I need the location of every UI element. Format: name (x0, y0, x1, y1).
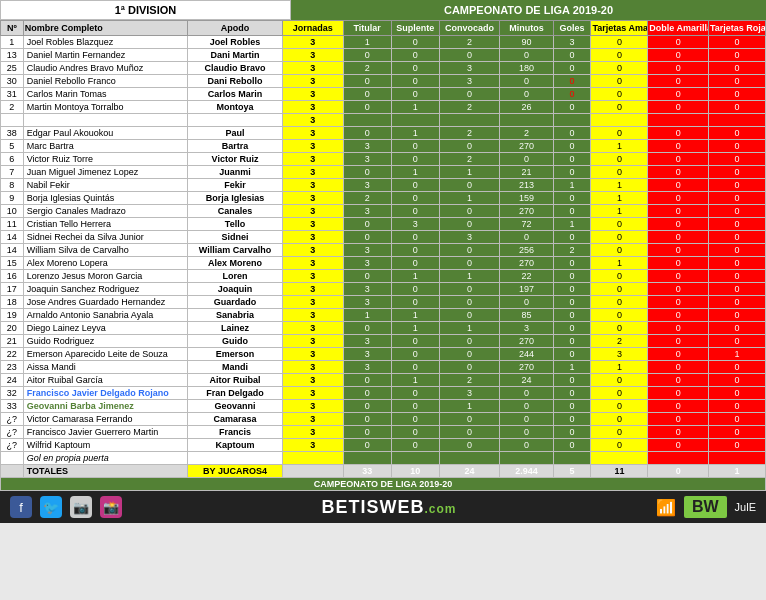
cell-nombre: Lorenzo Jesus Moron Garcia (23, 270, 187, 283)
cell-rojas: 0 (709, 62, 766, 75)
cell-titular: 0 (343, 387, 391, 400)
social-icon-3[interactable]: 📷 (70, 496, 92, 518)
cell-rojas: 1 (709, 348, 766, 361)
cell-suplente: 0 (391, 75, 439, 88)
cell-convocado: 0 (439, 439, 500, 452)
cell-titular: 0 (343, 75, 391, 88)
cell-rojas: 0 (709, 231, 766, 244)
cell-titular: 3 (343, 335, 391, 348)
cell-jornadas (282, 452, 343, 465)
cell-apodo: Guido (188, 335, 283, 348)
cell-convocado: 1 (439, 322, 500, 335)
cell-nombre: Francisco Javier Guerrero Martin (23, 426, 187, 439)
cell-convocado: 0 (439, 361, 500, 374)
cell-apodo: Kaptoum (188, 439, 283, 452)
cell-titular: 0 (343, 439, 391, 452)
totales-label: TOTALES (23, 465, 187, 478)
cell-jornadas: 3 (282, 439, 343, 452)
facebook-icon[interactable]: f (10, 496, 32, 518)
cell-nombre: Borja Iglesias Quintás (23, 192, 187, 205)
cell-minutos: 85 (500, 309, 553, 322)
cell-minutos: 0 (500, 296, 553, 309)
cell-jornadas: 3 (282, 231, 343, 244)
cell-suplente (391, 452, 439, 465)
cell-jornadas: 3 (282, 218, 343, 231)
table-row: ¿? Victor Camarasa Ferrando Camarasa 3 0… (1, 413, 766, 426)
cell-convocado: 1 (439, 270, 500, 283)
cell-minutos: 2 (500, 127, 553, 140)
cell-amarillas: 0 (591, 439, 648, 452)
cell-nombre: Jose Andres Guardado Hernandez (23, 296, 187, 309)
col-goles-header: Goles (553, 21, 591, 36)
column-header-row: Nº Nombre Completo Apodo Jornadas Titula… (1, 21, 766, 36)
instagram-icon[interactable]: 📸 (100, 496, 122, 518)
cell-apodo: Joel Robles (188, 36, 283, 49)
cell-num: 14 (1, 231, 24, 244)
cell-minutos: 213 (500, 179, 553, 192)
cell-suplente: 1 (391, 101, 439, 114)
twitter-icon[interactable]: 🐦 (40, 496, 62, 518)
cell-convocado: 0 (439, 348, 500, 361)
cell-amarillas: 0 (591, 283, 648, 296)
cell-amarillas: 3 (591, 348, 648, 361)
cell-minutos: 270 (500, 205, 553, 218)
cell-suplente: 0 (391, 426, 439, 439)
cell-goles: 1 (553, 218, 591, 231)
table-row: 24 Aitor Ruibal García Aitor Ruibal 3 0 … (1, 374, 766, 387)
cell-rojas: 0 (709, 153, 766, 166)
totales-num (1, 465, 24, 478)
cell-apodo: Joaquin (188, 283, 283, 296)
table-row: ¿? Francisco Javier Guerrero Martin Fran… (1, 426, 766, 439)
cell-jornadas: 3 (282, 140, 343, 153)
cell-nombre: Joel Robles Blazquez (23, 36, 187, 49)
cell-suplente: 0 (391, 179, 439, 192)
cell-goles: 0 (553, 270, 591, 283)
cell-minutos: 159 (500, 192, 553, 205)
cell-suplente: 0 (391, 283, 439, 296)
cell-apodo: Montoya (188, 101, 283, 114)
cell-goles: 0 (553, 192, 591, 205)
totales-apodo: BY JUCAROS4 (188, 465, 283, 478)
campeonato-title: CAMPEONATO DE LIGA 2019-20 (291, 0, 766, 20)
cell-num (1, 114, 24, 127)
table-row: 21 Guido Rodriguez Guido 3 3 0 0 270 0 2… (1, 335, 766, 348)
cell-titular: 0 (343, 374, 391, 387)
col-doble-header: Doble Amarillas (648, 21, 709, 36)
table-row: 19 Arnaldo Antonio Sanabria Ayala Sanabr… (1, 309, 766, 322)
cell-amarillas: 1 (591, 179, 648, 192)
cell-suplente: 0 (391, 49, 439, 62)
cell-convocado: 1 (439, 166, 500, 179)
cell-titular: 0 (343, 166, 391, 179)
cell-doble: 0 (648, 49, 709, 62)
cell-num: 17 (1, 283, 24, 296)
totales-doble: 0 (648, 465, 709, 478)
cell-convocado: 0 (439, 140, 500, 153)
cell-rojas: 0 (709, 179, 766, 192)
table-row: 3 (1, 114, 766, 127)
cell-convocado: 3 (439, 231, 500, 244)
cell-doble: 0 (648, 75, 709, 88)
cell-minutos: 0 (500, 49, 553, 62)
cell-goles: 0 (553, 231, 591, 244)
cell-titular: 0 (343, 49, 391, 62)
col-apodo-header: Apodo (188, 21, 283, 36)
cell-amarillas: 0 (591, 244, 648, 257)
cell-amarillas: 2 (591, 335, 648, 348)
cell-titular (343, 452, 391, 465)
cell-doble: 0 (648, 335, 709, 348)
division-title: 1ª DIVISION (0, 0, 291, 20)
cell-amarillas: 1 (591, 205, 648, 218)
cell-suplente: 0 (391, 361, 439, 374)
cell-apodo: Tello (188, 218, 283, 231)
cell-minutos: 72 (500, 218, 553, 231)
cell-convocado: 2 (439, 153, 500, 166)
cell-minutos: 180 (500, 62, 553, 75)
cell-apodo: Camarasa (188, 413, 283, 426)
cell-nombre: Sergio Canales Madrazo (23, 205, 187, 218)
table-row: 20 Diego Lainez Leyva Lainez 3 0 1 1 3 0… (1, 322, 766, 335)
cell-suplente: 1 (391, 127, 439, 140)
cell-minutos: 0 (500, 153, 553, 166)
cell-amarillas: 0 (591, 88, 648, 101)
table-row: 16 Lorenzo Jesus Moron Garcia Loren 3 0 … (1, 270, 766, 283)
cell-num: 21 (1, 335, 24, 348)
